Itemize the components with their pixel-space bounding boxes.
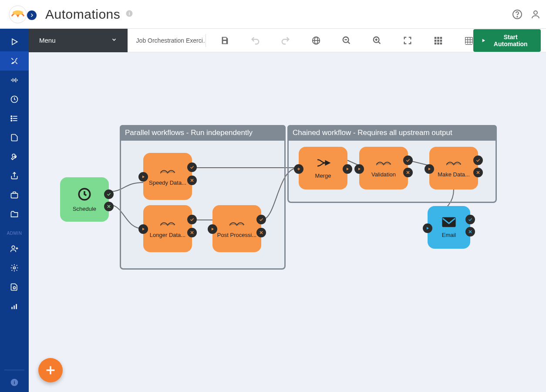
port-in[interactable]	[423, 223, 432, 233]
node-validation[interactable]: Validation	[359, 147, 408, 189]
port-in[interactable]	[138, 224, 148, 234]
svg-line-36	[378, 41, 380, 44]
zoom-in-icon[interactable]	[372, 36, 382, 45]
port-in[interactable]	[138, 172, 148, 182]
sidebar-item-automations[interactable]	[0, 51, 29, 71]
port-out-fail[interactable]	[187, 176, 197, 185]
merge-icon	[316, 157, 330, 170]
redo-icon[interactable]	[281, 36, 290, 45]
sidebar-item-files[interactable]	[0, 128, 29, 147]
svg-text:i: i	[129, 10, 130, 16]
svg-marker-63	[142, 228, 145, 230]
port-in[interactable]	[208, 224, 217, 234]
port-in[interactable]	[294, 164, 303, 174]
svg-point-1	[13, 10, 23, 15]
sidebar-item-run[interactable]	[0, 32, 29, 51]
node-label: Schedule	[69, 206, 100, 212]
help-icon[interactable]	[512, 9, 522, 20]
port-out-success[interactable]	[256, 215, 266, 224]
svg-rect-11	[16, 78, 17, 82]
svg-point-19	[11, 120, 12, 122]
node-longer-data[interactable]: Longer Data...	[143, 205, 192, 252]
wave-icon	[445, 159, 462, 169]
svg-rect-47	[440, 42, 442, 44]
port-out-fail[interactable]	[256, 228, 266, 237]
sidebar-item-storage[interactable]	[0, 277, 29, 297]
sidebar-item-tasks[interactable]	[0, 109, 29, 128]
fit-icon[interactable]	[403, 36, 412, 45]
svg-point-23	[13, 287, 16, 289]
clock-icon	[77, 187, 92, 203]
svg-rect-39	[434, 37, 436, 39]
svg-marker-72	[347, 168, 349, 170]
port-out[interactable]	[343, 164, 352, 174]
svg-rect-46	[437, 42, 439, 44]
svg-rect-24	[11, 307, 13, 309]
sidebar-item-tools[interactable]	[0, 147, 29, 166]
sidebar-item-jobs[interactable]	[0, 186, 29, 205]
svg-marker-73	[358, 168, 361, 170]
node-post-processing[interactable]: Post Processi...	[212, 205, 261, 252]
save-icon[interactable]	[220, 36, 229, 45]
grid-fill-icon[interactable]	[433, 36, 443, 45]
globe-icon[interactable]	[311, 36, 321, 45]
workflow-canvas[interactable]: Schedule Speedy Data... Longer Data... P…	[29, 52, 546, 392]
add-fab[interactable]	[38, 358, 63, 382]
wave-icon	[159, 219, 176, 229]
zoom-out-icon[interactable]	[342, 36, 351, 45]
svg-rect-40	[437, 37, 439, 39]
sidebar-item-users[interactable]	[0, 239, 29, 258]
envelope-icon	[442, 216, 456, 229]
start-automation-button[interactable]: Start Automation	[473, 29, 541, 52]
sidebar-item-info[interactable]: i	[0, 373, 29, 392]
sidebar-item-share[interactable]	[0, 166, 29, 186]
port-out-success[interactable]	[104, 189, 114, 199]
port-out-success[interactable]	[187, 162, 197, 172]
port-out-fail[interactable]	[104, 202, 114, 211]
sidebar-item-stats[interactable]	[0, 297, 29, 316]
app-logo	[8, 5, 27, 24]
wave-icon	[228, 219, 246, 229]
port-in[interactable]	[354, 164, 364, 174]
node-speedy-data[interactable]: Speedy Data...	[143, 153, 192, 200]
sidebar-item-projects[interactable]	[0, 205, 29, 224]
port-out-fail[interactable]	[403, 168, 413, 177]
sidebar-item-schedules[interactable]	[0, 90, 29, 109]
port-out-success[interactable]	[473, 155, 483, 165]
svg-point-18	[11, 118, 12, 119]
info-icon[interactable]: i	[125, 10, 133, 19]
svg-point-17	[11, 116, 12, 117]
project-name[interactable]: Job Orchestration Exerci…	[128, 34, 206, 47]
sidebar-item-streams[interactable]	[0, 71, 29, 90]
port-out-fail[interactable]	[187, 228, 197, 237]
node-label: Email	[438, 232, 460, 238]
undo-icon[interactable]	[250, 36, 260, 45]
svg-marker-80	[427, 227, 429, 230]
node-schedule[interactable]: Schedule	[60, 177, 109, 222]
port-out-fail[interactable]	[465, 227, 475, 237]
port-out-success[interactable]	[403, 155, 413, 165]
svg-rect-26	[16, 304, 17, 309]
node-email[interactable]: Email	[428, 206, 470, 249]
node-merge[interactable]: Merge	[299, 147, 347, 189]
toolbar: Menu Job Orchestration Exerci… Start Aut…	[29, 29, 546, 52]
grid-lines-icon[interactable]	[464, 36, 473, 45]
sidebar-item-settings[interactable]	[0, 258, 29, 277]
port-out-success[interactable]	[465, 215, 475, 224]
expand-sidebar-button[interactable]	[27, 10, 37, 20]
svg-marker-56	[482, 39, 485, 42]
menu-button[interactable]: Menu	[29, 29, 128, 52]
port-out-fail[interactable]	[473, 168, 483, 177]
node-label: Merge	[312, 172, 335, 179]
node-label: Post Processi...	[214, 232, 260, 238]
svg-marker-69	[326, 161, 330, 165]
wave-icon	[375, 159, 392, 169]
svg-rect-42	[434, 40, 436, 42]
svg-rect-25	[13, 305, 15, 309]
wave-icon	[159, 167, 176, 177]
node-make-data[interactable]: Make Data...	[429, 147, 478, 189]
port-in[interactable]	[425, 164, 434, 174]
port-out-success[interactable]	[187, 215, 197, 224]
chevron-down-icon	[111, 37, 117, 44]
user-icon[interactable]	[530, 9, 541, 20]
